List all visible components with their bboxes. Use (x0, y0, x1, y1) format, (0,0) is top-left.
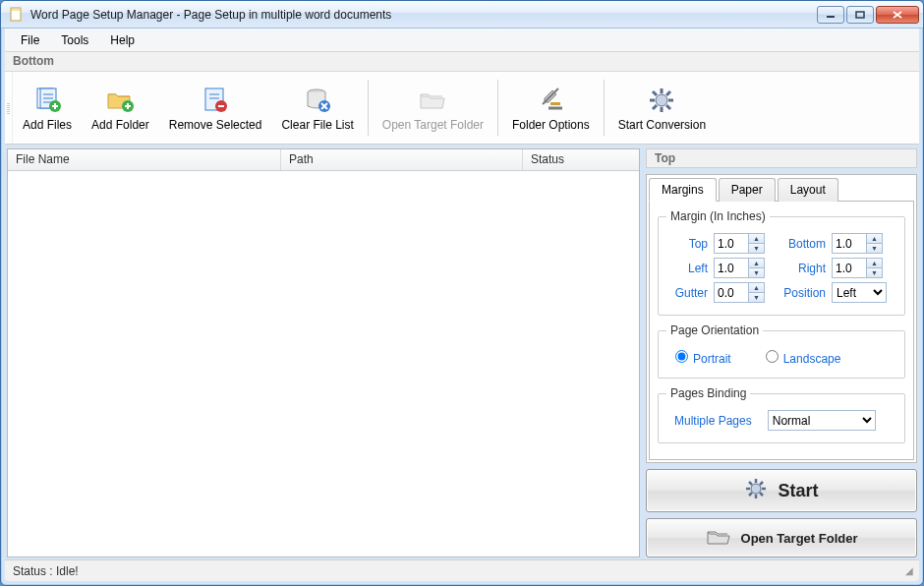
margin-top-input[interactable] (715, 234, 748, 253)
orientation-landscape-radio[interactable] (766, 350, 779, 363)
margin-right-input[interactable] (833, 259, 866, 277)
add-files-label: Add Files (23, 118, 72, 132)
start-conversion-button[interactable]: Start Conversion (608, 72, 716, 144)
resize-grip[interactable]: ◢ (905, 565, 911, 576)
spin-down-icon[interactable]: ▼ (866, 268, 882, 277)
margin-bottom-input[interactable] (833, 234, 866, 253)
margin-left-spinner[interactable]: ▲▼ (714, 258, 765, 278)
clear-file-list-button[interactable]: Clear File List (271, 72, 363, 144)
remove-selected-button[interactable]: Remove Selected (159, 72, 272, 144)
add-files-icon (31, 85, 63, 116)
start-button-label: Start (778, 481, 818, 501)
folder-options-icon (535, 85, 566, 116)
start-conversion-label: Start Conversion (618, 118, 706, 132)
spin-down-icon[interactable]: ▼ (748, 244, 764, 253)
app-icon (9, 7, 25, 23)
maximize-button[interactable] (846, 6, 874, 24)
binding-group: Pages Binding Multiple Pages Normal (658, 386, 905, 443)
titlebar[interactable]: Word Page Setup Manager - Page Setup in … (1, 1, 923, 29)
orientation-portrait-label[interactable]: Portrait (693, 352, 731, 366)
toolbar-separator (368, 80, 369, 136)
content-area: File Name Path Status Top Margins Paper … (1, 145, 923, 559)
margin-bottom-label: Bottom (771, 237, 826, 251)
spin-down-icon[interactable]: ▼ (748, 268, 764, 277)
menubar: File Tools Help (5, 29, 919, 52)
svg-line-32 (749, 482, 752, 485)
margin-group-label: Margin (In Inches) (666, 209, 770, 223)
column-file-name[interactable]: File Name (8, 149, 281, 170)
margin-gutter-label: Gutter (666, 286, 708, 300)
start-button[interactable]: Start (646, 469, 917, 512)
margin-top-spinner[interactable]: ▲▼ (714, 233, 765, 254)
orientation-group-label: Page Orientation (666, 323, 763, 337)
add-files-button[interactable]: Add Files (13, 72, 82, 144)
open-target-folder-label: Open Target Folder (382, 118, 484, 132)
file-list-body[interactable] (8, 171, 639, 557)
spin-up-icon[interactable]: ▲ (748, 283, 764, 293)
margin-gutter-spinner[interactable]: ▲▼ (714, 282, 765, 303)
toolbar-separator (497, 80, 498, 136)
column-path[interactable]: Path (281, 149, 523, 170)
spin-down-icon[interactable]: ▼ (748, 293, 764, 302)
svg-rect-2 (856, 12, 864, 18)
margin-right-spinner[interactable]: ▲▼ (832, 258, 883, 278)
close-button[interactable] (876, 6, 919, 24)
menu-tools[interactable]: Tools (51, 30, 98, 50)
margin-left-input[interactable] (715, 259, 748, 277)
statusbar: Status : Idle! ◢ (5, 559, 919, 581)
margin-gutter-input[interactable] (715, 283, 748, 302)
toolbar-separator (604, 80, 605, 136)
orientation-portrait-radio[interactable] (675, 350, 688, 363)
spin-up-icon[interactable]: ▲ (748, 234, 764, 244)
margin-left-label: Left (666, 262, 708, 275)
menu-help[interactable]: Help (100, 30, 144, 50)
spin-up-icon[interactable]: ▲ (866, 259, 882, 268)
settings-panel: Top Margins Paper Layout Margin (In Inch… (646, 148, 917, 557)
tab-strip: Margins Paper Layout (649, 177, 914, 201)
tab-paper[interactable]: Paper (719, 178, 776, 202)
spin-down-icon[interactable]: ▼ (866, 244, 882, 253)
tab-layout[interactable]: Layout (778, 178, 838, 202)
status-text: Status : Idle! (13, 564, 79, 578)
folder-options-button[interactable]: Folder Options (502, 72, 600, 144)
menu-file[interactable]: File (11, 30, 49, 50)
file-list[interactable]: File Name Path Status (7, 148, 640, 557)
app-window: Word Page Setup Manager - Page Setup in … (0, 0, 924, 586)
margin-bottom-spinner[interactable]: ▲▼ (832, 233, 883, 254)
clear-file-list-icon (302, 85, 333, 116)
panel-label-top: Top (646, 148, 917, 168)
clear-file-list-label: Clear File List (281, 118, 353, 132)
column-status[interactable]: Status (523, 149, 639, 170)
margin-group: Margin (In Inches) Top ▲▼ Bottom ▲▼ Left… (658, 209, 905, 316)
tab-panel-margins: Margin (In Inches) Top ▲▼ Bottom ▲▼ Left… (649, 201, 914, 460)
svg-rect-17 (550, 102, 560, 105)
add-folder-label: Add Folder (91, 118, 149, 132)
orientation-landscape-label[interactable]: Landscape (783, 352, 841, 366)
svg-point-27 (751, 484, 761, 494)
svg-line-34 (760, 482, 763, 485)
multiple-pages-label: Multiple Pages (674, 414, 752, 428)
spin-up-icon[interactable]: ▲ (866, 234, 882, 244)
open-target-folder-big-button[interactable]: Open Target Folder (646, 518, 917, 557)
svg-line-35 (749, 493, 752, 496)
binding-group-label: Pages Binding (666, 386, 750, 400)
open-target-folder-button[interactable]: Open Target Folder (373, 72, 493, 144)
column-headers: File Name Path Status (8, 149, 639, 171)
open-target-folder-big-label: Open Target Folder (741, 531, 858, 546)
folder-open-icon (706, 526, 731, 551)
minimize-button[interactable] (817, 6, 844, 24)
svg-rect-14 (218, 105, 224, 107)
remove-selected-icon (200, 85, 231, 116)
margin-position-label: Position (771, 286, 826, 300)
margin-position-select[interactable]: Left (832, 282, 887, 303)
folder-options-label: Folder Options (512, 118, 590, 132)
panel-label-bottom: Bottom (5, 52, 919, 72)
spin-up-icon[interactable]: ▲ (748, 259, 764, 268)
svg-line-33 (760, 493, 763, 496)
tab-margins[interactable]: Margins (649, 178, 717, 202)
add-folder-button[interactable]: Add Folder (82, 72, 159, 144)
margin-right-label: Right (771, 262, 826, 275)
margin-top-label: Top (666, 237, 708, 251)
multiple-pages-select[interactable]: Normal (768, 410, 876, 431)
toolbar-grip[interactable] (5, 72, 13, 144)
